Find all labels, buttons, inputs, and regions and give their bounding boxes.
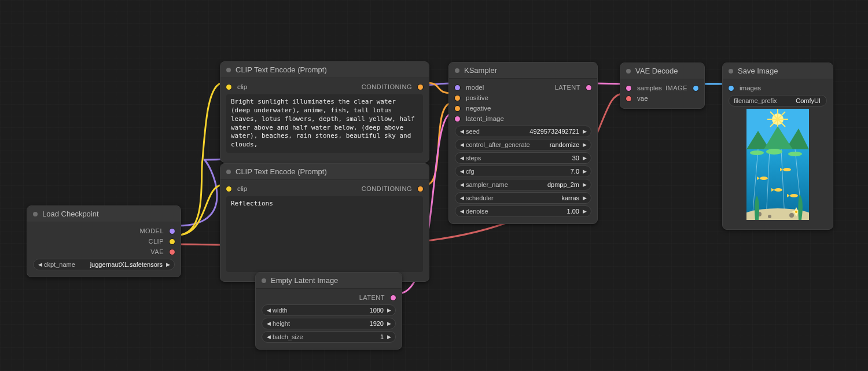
- input-label: latent_image: [466, 115, 504, 122]
- collapse-icon[interactable]: [226, 170, 231, 174]
- chevron-right-icon[interactable]: ▶: [582, 182, 587, 188]
- port-conditioning-out[interactable]: [418, 85, 423, 90]
- input-label: negative: [466, 105, 491, 112]
- svg-point-29: [789, 213, 794, 218]
- port-conditioning-out[interactable]: [418, 186, 423, 192]
- port-positive-in[interactable]: [455, 95, 460, 101]
- port-samples-in[interactable]: [626, 86, 631, 91]
- node-header[interactable]: CLIP Text Encode (Prompt): [220, 164, 429, 180]
- chevron-right-icon[interactable]: ▶: [582, 128, 587, 134]
- widget-scheduler[interactable]: ◀ scheduler karras ▶: [455, 192, 591, 204]
- chevron-left-icon[interactable]: ◀: [459, 168, 465, 174]
- chevron-right-icon[interactable]: ▶: [582, 168, 587, 174]
- widget-value: dpmpp_2m: [512, 181, 579, 188]
- widget-value: 1920: [293, 320, 384, 327]
- widget-label: batch_size: [273, 333, 303, 340]
- widget-label: cfg: [466, 168, 475, 175]
- widget-batch-size[interactable]: ◀ batch_size 1 ▶: [262, 331, 396, 343]
- widget-label: ckpt_name: [44, 261, 75, 268]
- port-negative-in[interactable]: [455, 106, 460, 111]
- collapse-icon[interactable]: [455, 68, 459, 73]
- port-clip-in[interactable]: [226, 186, 231, 192]
- widget-value: ComfyUI: [781, 97, 821, 104]
- collapse-icon[interactable]: [626, 69, 631, 74]
- port-model-in[interactable]: [455, 85, 460, 90]
- node-title: Empty Latent Image: [271, 276, 338, 285]
- widget-value: 7.0: [478, 168, 579, 175]
- chevron-left-icon[interactable]: ◀: [459, 142, 465, 148]
- port-images-in[interactable]: [729, 86, 734, 91]
- chevron-right-icon[interactable]: ▶: [582, 208, 587, 214]
- widget-denoise[interactable]: ◀ denoise 1.00 ▶: [455, 205, 591, 217]
- chevron-right-icon[interactable]: ▶: [386, 321, 392, 326]
- chevron-right-icon[interactable]: ▶: [386, 307, 392, 313]
- chevron-left-icon[interactable]: ◀: [459, 182, 465, 188]
- widget-width[interactable]: ◀ width 1080 ▶: [262, 304, 396, 316]
- widget-label: steps: [466, 155, 481, 161]
- chevron-right-icon[interactable]: ▶: [582, 142, 587, 148]
- port-clip-out[interactable]: [170, 239, 175, 244]
- chevron-left-icon[interactable]: ◀: [459, 208, 465, 214]
- node-empty-latent-image[interactable]: Empty Latent Image LATENT ◀ width 1080 ▶…: [255, 272, 402, 350]
- port-model-out[interactable]: [170, 229, 175, 234]
- widget-value: randomize: [534, 141, 579, 148]
- chevron-left-icon[interactable]: ◀: [459, 155, 465, 161]
- node-header[interactable]: VAE Decode: [620, 63, 704, 79]
- output-label: VAE: [150, 248, 164, 255]
- node-load-checkpoint[interactable]: Load Checkpoint MODEL CLIP VAE ◀ ckpt_na…: [27, 205, 181, 277]
- widget-height[interactable]: ◀ height 1920 ▶: [262, 318, 396, 329]
- prompt-textarea[interactable]: [226, 196, 423, 272]
- widget-seed[interactable]: ◀ seed 49295732492721 ▶: [455, 126, 591, 137]
- node-title: KSampler: [464, 66, 497, 75]
- widget-label: seed: [466, 128, 480, 135]
- widget-value: karras: [497, 194, 579, 201]
- chevron-left-icon[interactable]: ◀: [37, 262, 43, 267]
- node-header[interactable]: Empty Latent Image: [256, 273, 402, 289]
- widget-ckpt-name[interactable]: ◀ ckpt_name juggernautXL.safetensors ▶: [33, 259, 175, 270]
- widget-sampler-name[interactable]: ◀ sampler_name dpmpp_2m ▶: [455, 179, 591, 190]
- widget-filename-prefix[interactable]: filename_prefix ComfyUI: [729, 95, 827, 106]
- chevron-left-icon[interactable]: ◀: [266, 307, 271, 313]
- chevron-left-icon[interactable]: ◀: [266, 321, 271, 326]
- port-vae-out[interactable]: [170, 249, 175, 255]
- collapse-icon[interactable]: [262, 278, 266, 283]
- node-header[interactable]: Load Checkpoint: [27, 206, 181, 222]
- svg-point-28: [768, 215, 771, 218]
- port-vae-in[interactable]: [626, 96, 631, 101]
- node-title: VAE Decode: [635, 67, 678, 75]
- widget-steps[interactable]: ◀ steps 30 ▶: [455, 152, 591, 164]
- output-label: IMAGE: [665, 85, 687, 91]
- chevron-left-icon[interactable]: ◀: [459, 128, 465, 134]
- chevron-right-icon[interactable]: ▶: [582, 195, 587, 201]
- port-latent-in[interactable]: [455, 116, 460, 122]
- node-title: CLIP Text Encode (Prompt): [236, 167, 327, 176]
- node-header[interactable]: CLIP Text Encode (Prompt): [220, 62, 429, 78]
- node-vae-decode[interactable]: VAE Decode samples IMAGE vae: [620, 63, 705, 109]
- node-clip-text-encode-positive[interactable]: CLIP Text Encode (Prompt) clip CONDITION…: [220, 61, 429, 163]
- prompt-textarea[interactable]: [226, 94, 423, 153]
- node-header[interactable]: Save Image: [723, 63, 833, 79]
- collapse-icon[interactable]: [33, 212, 38, 216]
- node-save-image[interactable]: Save Image images filename_prefix ComfyU…: [722, 63, 833, 230]
- node-title: Save Image: [738, 67, 778, 75]
- port-clip-in[interactable]: [226, 85, 231, 90]
- widget-cfg[interactable]: ◀ cfg 7.0 ▶: [455, 166, 591, 177]
- node-clip-text-encode-negative[interactable]: CLIP Text Encode (Prompt) clip CONDITION…: [220, 163, 429, 282]
- port-latent-out[interactable]: [391, 295, 396, 300]
- chevron-left-icon[interactable]: ◀: [266, 334, 271, 340]
- port-image-out[interactable]: [693, 86, 698, 91]
- node-ksampler[interactable]: KSampler model LATENT positive negative …: [448, 62, 598, 224]
- input-label: samples: [637, 85, 662, 91]
- chevron-right-icon[interactable]: ▶: [165, 262, 171, 267]
- port-latent-out[interactable]: [586, 85, 591, 90]
- input-label: vae: [637, 95, 648, 102]
- chevron-right-icon[interactable]: ▶: [582, 155, 587, 161]
- node-graph-canvas[interactable]: Load Checkpoint MODEL CLIP VAE ◀ ckpt_na…: [0, 0, 868, 371]
- chevron-right-icon[interactable]: ▶: [386, 334, 392, 340]
- collapse-icon[interactable]: [729, 69, 733, 74]
- node-header[interactable]: KSampler: [449, 63, 597, 79]
- widget-control-after-generate[interactable]: ◀ control_after_generate randomize ▶: [455, 139, 591, 150]
- widget-value: 49295732492721: [483, 128, 579, 135]
- collapse-icon[interactable]: [226, 68, 231, 72]
- chevron-left-icon[interactable]: ◀: [459, 195, 465, 201]
